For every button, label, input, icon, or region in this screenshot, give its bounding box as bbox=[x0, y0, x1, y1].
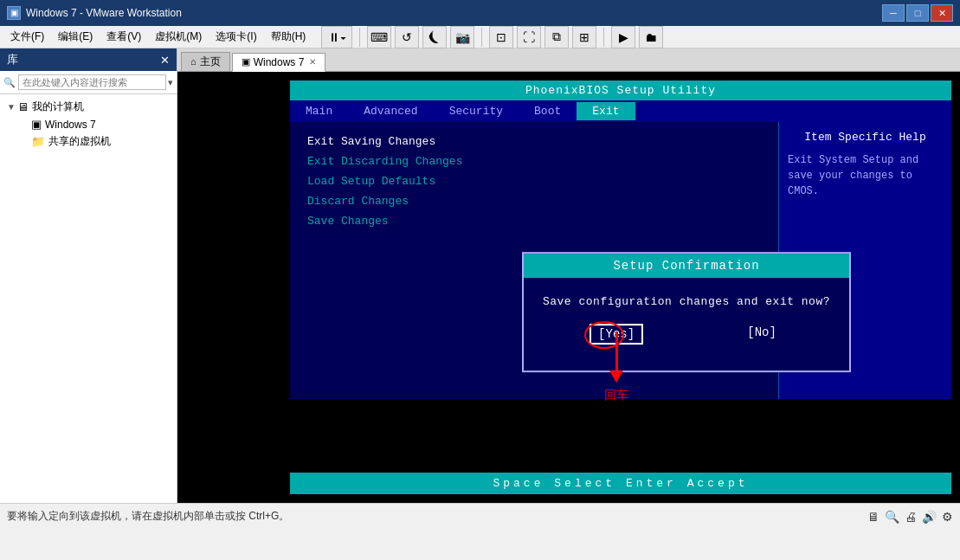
send-ctrl-alt-del-button[interactable]: ⌨ bbox=[367, 26, 391, 48]
bios-menu-exit-discarding[interactable]: Exit Discarding Changes bbox=[307, 155, 761, 168]
dialog-yes-button[interactable]: [Yes] 回车 bbox=[590, 324, 643, 344]
sidebar-header: 库 ✕ bbox=[0, 48, 177, 71]
arrow-text: 回车 bbox=[604, 388, 628, 403]
tree-item-shared-vms[interactable]: 📁 共享的虚拟机 bbox=[17, 132, 173, 151]
bios-help-title: Item Specific Help bbox=[788, 131, 943, 144]
bios-nav-security[interactable]: Security bbox=[434, 102, 519, 120]
tab-bar: ⌂ 主页 ▣ Windows 7 ✕ bbox=[177, 48, 960, 72]
tree-children: ▣ Windows 7 📁 共享的虚拟机 bbox=[3, 116, 173, 151]
sidebar-title: 库 bbox=[7, 52, 18, 68]
vm-icon: ▣ bbox=[31, 118, 42, 131]
status-icons: 🖥 🔍 🖨 🔊 ⚙ bbox=[867, 510, 953, 524]
unity-button[interactable]: ⧉ bbox=[544, 26, 569, 48]
full-screen-button[interactable]: ⛶ bbox=[517, 26, 541, 48]
sidebar-tree: ▼ 🖥 我的计算机 ▣ Windows 7 📁 共享的虚拟机 bbox=[0, 94, 177, 154]
folder-button[interactable]: 🖿 bbox=[639, 26, 663, 48]
menu-vm[interactable]: 虚拟机(M) bbox=[148, 28, 209, 46]
status-bar: 要将输入定向到该虚拟机，请在虚拟机内部单击或按 Ctrl+G。 🖥 🔍 🖨 🔊 … bbox=[0, 503, 960, 529]
view-button[interactable]: ⊞ bbox=[572, 26, 596, 48]
power-button[interactable]: ↺ bbox=[395, 26, 419, 48]
dialog-body: Save configuration changes and exit now?… bbox=[524, 278, 849, 370]
bios-nav-exit[interactable]: Exit bbox=[577, 102, 635, 120]
content-wrapper: ⌂ 主页 ▣ Windows 7 ✕ PhoenixBIOS Setup Uti… bbox=[177, 48, 960, 503]
shared-folder-icon: 📁 bbox=[31, 135, 45, 148]
tree-item-my-computer[interactable]: ▼ 🖥 我的计算机 bbox=[3, 98, 173, 116]
bios-menu-save-changes[interactable]: Save Changes bbox=[307, 215, 761, 228]
dialog-title: Setup Confirmation bbox=[524, 254, 849, 278]
arrow-head bbox=[609, 370, 623, 383]
bios-nav-boot[interactable]: Boot bbox=[519, 102, 577, 120]
fit-button[interactable]: ⊡ bbox=[489, 26, 513, 48]
tree-expand-icon: ▼ bbox=[7, 102, 17, 112]
tab-windows7-label: Windows 7 bbox=[254, 56, 305, 68]
computer-icon: 🖥 bbox=[17, 100, 29, 113]
bios-menu-exit-saving[interactable]: Exit Saving Changes bbox=[307, 135, 761, 148]
sidebar: 库 ✕ 🔍 ▾ ▼ 🖥 我的计算机 ▣ Windows 7 bbox=[0, 48, 177, 503]
tab-windows7[interactable]: ▣ Windows 7 ✕ bbox=[232, 53, 326, 72]
pause-button[interactable]: ⏸▾ bbox=[321, 26, 352, 48]
bios-title-bar: PhoenixBIOS Setup Utility bbox=[290, 80, 951, 100]
search-status-icon[interactable]: 🔍 bbox=[885, 510, 899, 524]
settings-icon[interactable]: ⚙ bbox=[942, 510, 953, 524]
print-icon[interactable]: 🖨 bbox=[905, 510, 917, 524]
home-tab-icon: ⌂ bbox=[190, 56, 197, 67]
window-title: Windows 7 - VMware Workstation bbox=[26, 7, 882, 19]
search-input[interactable] bbox=[18, 74, 166, 90]
menu-help[interactable]: 帮助(H) bbox=[264, 28, 313, 46]
bios-status-bar: Space Select Enter Accept bbox=[290, 473, 951, 494]
arrow-line bbox=[615, 331, 618, 370]
tab-close-icon[interactable]: ✕ bbox=[309, 57, 316, 67]
suspend-button[interactable]: ⏾ bbox=[422, 26, 447, 48]
snapshot-button[interactable]: 📷 bbox=[450, 26, 474, 48]
title-bar: ▣ Windows 7 - VMware Workstation ─ □ ✕ bbox=[0, 0, 960, 26]
bios-menu-load-defaults[interactable]: Load Setup Defaults bbox=[307, 175, 761, 188]
menu-edit[interactable]: 编辑(E) bbox=[51, 28, 100, 46]
bios-title-text: PhoenixBIOS Setup Utility bbox=[525, 84, 716, 97]
annotation-arrow: 回车 bbox=[604, 331, 628, 403]
bios-nav-main[interactable]: Main bbox=[290, 102, 348, 120]
bios-screen[interactable]: PhoenixBIOS Setup Utility Main Advanced … bbox=[177, 72, 960, 503]
toolbar-separator-3 bbox=[603, 28, 604, 47]
tree-item-windows7[interactable]: ▣ Windows 7 bbox=[17, 116, 173, 132]
dialog-question: Save configuration changes and exit now? bbox=[541, 295, 832, 308]
search-dropdown-icon[interactable]: ▾ bbox=[168, 77, 173, 88]
menu-file[interactable]: 文件(F) bbox=[3, 28, 51, 46]
vm-tab-icon: ▣ bbox=[242, 56, 250, 68]
window-icon: ▣ bbox=[7, 6, 21, 20]
volume-icon[interactable]: 🔊 bbox=[922, 510, 937, 524]
network-icon[interactable]: 🖥 bbox=[867, 510, 879, 524]
tab-home[interactable]: ⌂ 主页 bbox=[181, 52, 230, 71]
menu-view[interactable]: 查看(V) bbox=[100, 28, 148, 46]
maximize-button[interactable]: □ bbox=[906, 4, 929, 22]
menu-bar: 文件(F) 编辑(E) 查看(V) 虚拟机(M) 选项卡(I) 帮助(H) ⏸▾… bbox=[0, 26, 960, 48]
sidebar-close-button[interactable]: ✕ bbox=[160, 54, 170, 67]
setup-confirmation-dialog: Setup Confirmation Save configuration ch… bbox=[522, 252, 851, 372]
minimize-button[interactable]: ─ bbox=[882, 4, 905, 22]
toolbar-separator-2 bbox=[481, 28, 482, 47]
window-controls: ─ □ ✕ bbox=[882, 4, 953, 22]
main-layout: 库 ✕ 🔍 ▾ ▼ 🖥 我的计算机 ▣ Windows 7 bbox=[0, 48, 960, 503]
close-button[interactable]: ✕ bbox=[931, 4, 953, 22]
bios-menu-discard-changes[interactable]: Discard Changes bbox=[307, 195, 761, 208]
tree-label-windows7: Windows 7 bbox=[45, 119, 96, 131]
tree-label-shared-vms: 共享的虚拟机 bbox=[48, 134, 111, 149]
bios-black-bottom bbox=[290, 399, 951, 468]
bios-nav-advanced[interactable]: Advanced bbox=[348, 102, 433, 120]
toolbar-separator-1 bbox=[359, 28, 360, 47]
bios-help-text: Exit System Setup and save your changes … bbox=[788, 152, 943, 199]
dialog-no-button[interactable]: [No] bbox=[740, 324, 783, 344]
sidebar-search-area: 🔍 ▾ bbox=[0, 71, 177, 94]
dialog-buttons: [Yes] 回车 [No] bbox=[541, 324, 832, 357]
bios-nav: Main Advanced Security Boot Exit bbox=[290, 100, 951, 122]
search-icon: 🔍 bbox=[3, 77, 16, 88]
status-text: 要将输入定向到该虚拟机，请在虚拟机内部单击或按 Ctrl+G。 bbox=[7, 509, 289, 524]
console-button[interactable]: ▶ bbox=[611, 26, 635, 48]
menu-tab[interactable]: 选项卡(I) bbox=[209, 28, 263, 46]
bios-content: PhoenixBIOS Setup Utility Main Advanced … bbox=[290, 80, 951, 460]
tab-home-label: 主页 bbox=[200, 55, 221, 69]
tree-label-my-computer: 我的计算机 bbox=[32, 100, 84, 114]
